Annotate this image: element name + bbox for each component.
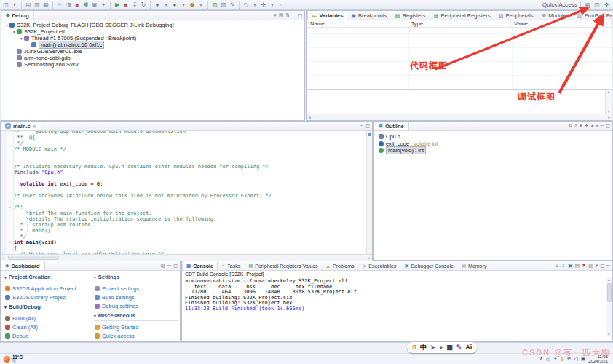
view-toolbar-icon[interactable]: ▨	[161, 262, 166, 269]
outline-item[interactable]: main(void) : int	[374, 147, 612, 154]
toolbar-icon[interactable]: ↧	[131, 1, 138, 9]
view-toolbar-icon[interactable]: ▣	[568, 262, 573, 269]
console-vertical-scrollbar[interactable]: ▴ ▾	[606, 277, 612, 336]
cpp-perspective-icon[interactable]: ◫	[593, 1, 601, 9]
scrollbar-thumb[interactable]	[8, 256, 59, 260]
toolbar-icon[interactable]: ◦	[277, 1, 285, 9]
dashboard-link-debug[interactable]: Debug	[4, 331, 88, 340]
view-toolbar-icon[interactable]: ◻	[600, 262, 604, 269]
tab-main-c[interactable]: c main.c ✕	[1, 122, 41, 131]
view-toolbar-icon[interactable]: ▤	[575, 262, 580, 269]
sogou-icon[interactable]: S	[412, 342, 416, 353]
toolbar-icon[interactable]: ✱	[82, 1, 90, 9]
toolbar-icon[interactable]: ▾	[197, 1, 205, 9]
scrollbar-thumb[interactable]	[607, 283, 612, 302]
network-icon[interactable]: ≋	[566, 356, 571, 362]
photo-icon[interactable]: ▣	[581, 356, 586, 362]
toolbar-icon[interactable]: ●	[171, 1, 178, 9]
view-toolbar-icon[interactable]: ✖	[582, 262, 586, 269]
view-toolbar-icon[interactable]: ─	[360, 122, 363, 130]
dashboard-link-project-settings[interactable]: Project settings	[94, 284, 178, 293]
collapse-icon[interactable]: ▾	[94, 275, 96, 280]
tab-executables[interactable]: ◎Executables	[359, 261, 401, 271]
toolbar-icon[interactable]: ▶	[114, 1, 121, 9]
toolbar-icon[interactable]: ▾	[162, 1, 170, 9]
toolbar-icon[interactable]: ●	[154, 1, 161, 9]
sogou-tray-icon[interactable]: S	[561, 357, 564, 362]
view-toolbar-icon[interactable]: ▤	[279, 12, 284, 19]
keyboard-icon[interactable]: ▦	[446, 342, 453, 353]
dashboard-link-quick-access[interactable]: Quick access	[94, 331, 178, 340]
ai-icon[interactable]: Ai	[465, 342, 472, 353]
expander-icon[interactable]: ▾	[19, 36, 24, 41]
toolbar-icon[interactable]: ▨	[211, 1, 218, 9]
toolbar-icon[interactable]: ▣	[91, 1, 98, 9]
view-toolbar-icon[interactable]: ◻	[298, 12, 302, 19]
dashboard-link-debug-settings[interactable]: Debug settings	[94, 301, 178, 310]
tab-debugger-console[interactable]: ▣Debugger Console	[400, 261, 458, 271]
volume-icon[interactable]: ◁	[574, 356, 577, 362]
taskbar-clock[interactable]: 11:36 2024/3/21	[588, 355, 611, 364]
quick-access-button[interactable]: Quick Access	[542, 1, 577, 8]
editor-horizontal-scrollbar[interactable]: ◂ ▸	[1, 254, 372, 261]
toolbar-icon[interactable]: ▾	[251, 1, 258, 9]
tab-variables[interactable]: ≔Variables	[307, 11, 347, 20]
mic-icon[interactable]: ♦	[440, 342, 443, 353]
variables-horizontal-scrollbar[interactable]: ◂▸	[307, 114, 612, 120]
column-header-value[interactable]: Value	[511, 20, 612, 28]
view-toolbar-icon[interactable]: ↥	[561, 262, 566, 269]
toolbar-icon[interactable]: ▤	[25, 1, 32, 9]
fold-marker-icon[interactable]: −	[1, 240, 14, 245]
scroll-left-icon[interactable]: ◂	[2, 256, 4, 260]
tab-modules[interactable]: ❖Modules	[537, 11, 573, 20]
view-toolbar-icon[interactable]: ─	[167, 262, 171, 269]
toolbar-icon[interactable]: ▾	[11, 1, 18, 9]
outline-item[interactable]: Cpu.h	[374, 133, 612, 141]
toolbar-icon[interactable]: ✚	[260, 1, 267, 9]
toolbar-icon[interactable]: ◆	[189, 1, 196, 9]
toolbar-icon[interactable]: ■	[74, 1, 81, 9]
weather-widget[interactable]: 11°C 晴	[0, 355, 23, 363]
chinese-mode-icon[interactable]: 中	[420, 342, 427, 353]
skin-brush-icon[interactable]: ✎	[456, 342, 462, 353]
toolbar-icon[interactable]: ◨	[65, 1, 72, 9]
toolbar-icon[interactable]: ▥	[33, 1, 41, 9]
tab-dashboard[interactable]: ◈ Dashboard	[1, 261, 45, 271]
toolbar-icon[interactable]: ▦	[42, 1, 50, 9]
toolbar-icon[interactable]: ▾	[180, 1, 187, 9]
tab-problems[interactable]: ▲Problems	[323, 261, 359, 271]
view-toolbar-icon[interactable]: ▾	[580, 122, 582, 130]
view-toolbar-icon[interactable]: ▪	[596, 122, 598, 130]
section-title[interactable]: ▾Project Creation	[4, 274, 88, 282]
toolbar-icon[interactable]: ↻	[140, 1, 147, 9]
view-toolbar-icon[interactable]: ⇅	[568, 122, 572, 130]
collapse-icon[interactable]: ▾	[4, 305, 7, 309]
dashboard-link-getting-started[interactable]: Getting Started	[94, 323, 178, 331]
debug-tree-row[interactable]: ▾S32K_Project.elf	[1, 28, 304, 35]
toolbar-icon[interactable]: ◫	[2, 1, 9, 9]
tab-registers[interactable]: ▦Registers	[392, 11, 430, 20]
view-toolbar-icon[interactable]: a	[574, 122, 577, 130]
tab-peripheral-registers[interactable]: ▦Peripheral Registers	[430, 11, 494, 20]
view-toolbar-icon[interactable]: ◻	[606, 122, 610, 130]
tab-outline[interactable]: ≣ Outline	[374, 122, 409, 131]
collapse-icon[interactable]: ▾	[94, 314, 96, 318]
tab-debug[interactable]: ◆ Debug	[1, 11, 34, 20]
close-tab-icon[interactable]: ✕	[33, 124, 36, 129]
view-toolbar-icon[interactable]: ◻	[173, 262, 178, 269]
view-toolbar-icon[interactable]: ◻	[365, 122, 370, 130]
tab-embsys-registers[interactable]: ▥EmbSys Registers	[574, 11, 612, 20]
variables-table-body[interactable]	[307, 28, 612, 89]
debug-tree-row[interactable]: ▾S32K_Project Debug_FLASH [GDB SEGGER J-…	[1, 22, 304, 28]
fold-marker-icon[interactable]: −	[1, 205, 14, 210]
view-toolbar-icon[interactable]: ─	[600, 122, 604, 130]
column-header-name[interactable]: Name	[307, 20, 408, 28]
dashboard-link-s32ds-application-project[interactable]: S32DS Application Project	[4, 284, 88, 293]
view-toolbar-icon[interactable]: ▾	[596, 262, 598, 269]
dashboard-link-s32ds-library-project[interactable]: S32DS Library Project	[4, 293, 88, 301]
expander-icon[interactable]: ▾	[12, 30, 17, 34]
overview-ruler[interactable]	[366, 131, 372, 254]
collapse-icon[interactable]: ▾	[4, 275, 7, 280]
detail-vertical-scrollbar[interactable]: ▴▾	[605, 90, 612, 114]
view-toolbar-icon[interactable]: ─	[292, 12, 296, 19]
